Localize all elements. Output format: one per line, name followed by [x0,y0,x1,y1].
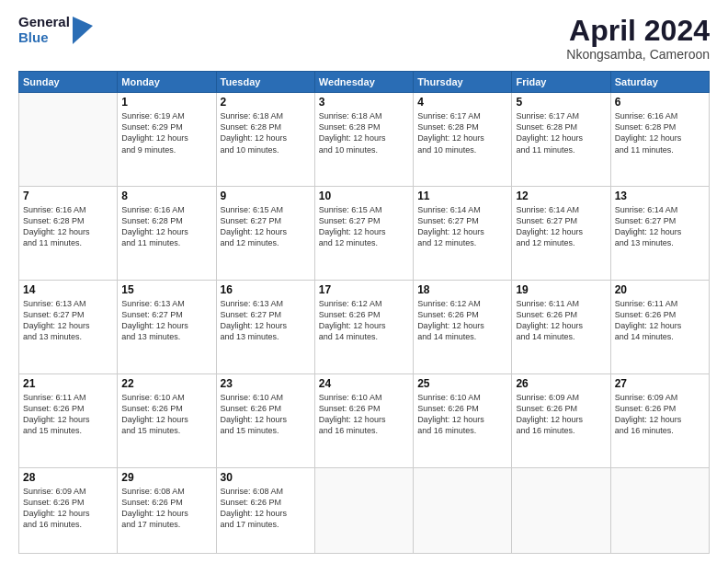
col-sunday: Sunday [19,72,118,93]
location-subtitle: Nkongsamba, Cameroon [566,47,710,62]
table-row: 1Sunrise: 6:19 AMSunset: 6:29 PMDaylight… [118,93,216,187]
col-wednesday: Wednesday [314,72,413,93]
day-number: 4 [417,96,507,109]
cell-text: Sunrise: 6:16 AMSunset: 6:28 PMDaylight:… [121,204,211,249]
cell-text: Sunrise: 6:10 AMSunset: 6:26 PMDaylight:… [319,392,409,437]
cell-text: Sunrise: 6:13 AMSunset: 6:27 PMDaylight:… [23,298,113,343]
table-row: 19Sunrise: 6:11 AMSunset: 6:26 PMDayligh… [512,280,610,373]
day-number: 20 [615,283,705,296]
table-row: 4Sunrise: 6:17 AMSunset: 6:28 PMDaylight… [414,93,512,187]
day-number: 8 [121,190,211,202]
table-row: 17Sunrise: 6:12 AMSunset: 6:26 PMDayligh… [314,280,413,373]
table-row: 3Sunrise: 6:18 AMSunset: 6:28 PMDaylight… [314,93,413,187]
logo-general: General [18,15,70,30]
table-row: 10Sunrise: 6:15 AMSunset: 6:27 PMDayligh… [314,187,413,281]
day-number: 21 [23,377,113,390]
cell-text: Sunrise: 6:10 AMSunset: 6:26 PMDaylight:… [417,392,507,437]
table-row: 9Sunrise: 6:15 AMSunset: 6:27 PMDaylight… [216,187,314,281]
table-row: 8Sunrise: 6:16 AMSunset: 6:28 PMDaylight… [118,187,216,281]
day-number: 11 [417,190,507,202]
day-number: 18 [417,283,507,296]
day-number: 13 [615,190,705,202]
cell-text: Sunrise: 6:14 AMSunset: 6:27 PMDaylight:… [417,204,507,249]
table-row: 12Sunrise: 6:14 AMSunset: 6:27 PMDayligh… [512,187,610,281]
day-number: 2 [221,96,311,109]
cell-text: Sunrise: 6:09 AMSunset: 6:26 PMDaylight:… [23,486,113,531]
cell-text: Sunrise: 6:16 AMSunset: 6:28 PMDaylight:… [615,110,705,155]
table-row: 28Sunrise: 6:09 AMSunset: 6:26 PMDayligh… [19,467,118,554]
logo: General Blue [18,15,93,45]
day-number: 9 [221,190,311,202]
table-row: 22Sunrise: 6:10 AMSunset: 6:26 PMDayligh… [118,373,216,467]
table-row: 13Sunrise: 6:14 AMSunset: 6:27 PMDayligh… [610,187,709,281]
cell-text: Sunrise: 6:18 AMSunset: 6:28 PMDaylight:… [319,110,409,155]
calendar-week-row: 1Sunrise: 6:19 AMSunset: 6:29 PMDaylight… [19,93,710,187]
cell-text: Sunrise: 6:18 AMSunset: 6:28 PMDaylight:… [221,110,311,155]
cell-text: Sunrise: 6:19 AMSunset: 6:29 PMDaylight:… [121,110,211,155]
table-row: 26Sunrise: 6:09 AMSunset: 6:26 PMDayligh… [512,373,610,467]
cell-text: Sunrise: 6:09 AMSunset: 6:26 PMDaylight:… [516,392,606,437]
table-row: 15Sunrise: 6:13 AMSunset: 6:27 PMDayligh… [118,280,216,373]
table-row: 14Sunrise: 6:13 AMSunset: 6:27 PMDayligh… [19,280,118,373]
cell-text: Sunrise: 6:11 AMSunset: 6:26 PMDaylight:… [23,392,113,437]
table-row: 11Sunrise: 6:14 AMSunset: 6:27 PMDayligh… [414,187,512,281]
day-number: 5 [516,96,606,109]
table-row [610,467,709,554]
calendar-week-row: 14Sunrise: 6:13 AMSunset: 6:27 PMDayligh… [19,280,710,373]
col-saturday: Saturday [610,72,709,93]
day-number: 15 [121,283,211,296]
table-row: 6Sunrise: 6:16 AMSunset: 6:28 PMDaylight… [610,93,709,187]
month-title: April 2024 [566,15,710,47]
cell-text: Sunrise: 6:13 AMSunset: 6:27 PMDaylight:… [221,298,311,343]
cell-text: Sunrise: 6:10 AMSunset: 6:26 PMDaylight:… [221,392,311,437]
page: General Blue April 2024 Nkongsamba, Came… [0,0,728,563]
day-number: 27 [615,377,705,390]
cell-text: Sunrise: 6:10 AMSunset: 6:26 PMDaylight:… [121,392,211,437]
cell-text: Sunrise: 6:12 AMSunset: 6:26 PMDaylight:… [417,298,507,343]
day-number: 28 [23,471,113,484]
table-row: 18Sunrise: 6:12 AMSunset: 6:26 PMDayligh… [414,280,512,373]
calendar-week-row: 28Sunrise: 6:09 AMSunset: 6:26 PMDayligh… [19,467,710,554]
table-row: 30Sunrise: 6:08 AMSunset: 6:26 PMDayligh… [216,467,314,554]
day-number: 19 [516,283,606,296]
table-row: 16Sunrise: 6:13 AMSunset: 6:27 PMDayligh… [216,280,314,373]
table-row [19,93,118,187]
day-number: 12 [516,190,606,202]
table-row: 29Sunrise: 6:08 AMSunset: 6:26 PMDayligh… [118,467,216,554]
day-number: 25 [417,377,507,390]
table-row: 5Sunrise: 6:17 AMSunset: 6:28 PMDaylight… [512,93,610,187]
day-number: 22 [121,377,211,390]
calendar-week-row: 7Sunrise: 6:16 AMSunset: 6:28 PMDaylight… [19,187,710,281]
day-number: 6 [615,96,705,109]
cell-text: Sunrise: 6:15 AMSunset: 6:27 PMDaylight:… [319,204,409,249]
day-number: 7 [23,190,113,202]
header: General Blue April 2024 Nkongsamba, Came… [18,15,710,62]
calendar-table: Sunday Monday Tuesday Wednesday Thursday… [18,71,710,554]
cell-text: Sunrise: 6:17 AMSunset: 6:28 PMDaylight:… [516,110,606,155]
day-number: 26 [516,377,606,390]
cell-text: Sunrise: 6:15 AMSunset: 6:27 PMDaylight:… [221,204,311,249]
day-number: 3 [319,96,409,109]
day-number: 23 [221,377,311,390]
col-tuesday: Tuesday [216,72,314,93]
cell-text: Sunrise: 6:09 AMSunset: 6:26 PMDaylight:… [615,392,705,437]
calendar-week-row: 21Sunrise: 6:11 AMSunset: 6:26 PMDayligh… [19,373,710,467]
cell-text: Sunrise: 6:12 AMSunset: 6:26 PMDaylight:… [319,298,409,343]
cell-text: Sunrise: 6:13 AMSunset: 6:27 PMDaylight:… [121,298,211,343]
cell-text: Sunrise: 6:08 AMSunset: 6:26 PMDaylight:… [121,486,211,531]
day-number: 30 [221,471,311,484]
table-row: 24Sunrise: 6:10 AMSunset: 6:26 PMDayligh… [314,373,413,467]
table-row: 25Sunrise: 6:10 AMSunset: 6:26 PMDayligh… [414,373,512,467]
col-friday: Friday [512,72,610,93]
col-monday: Monday [118,72,216,93]
svg-marker-0 [73,17,93,44]
cell-text: Sunrise: 6:14 AMSunset: 6:27 PMDaylight:… [516,204,606,249]
day-number: 1 [121,96,211,109]
day-number: 10 [319,190,409,202]
day-number: 24 [319,377,409,390]
cell-text: Sunrise: 6:11 AMSunset: 6:26 PMDaylight:… [516,298,606,343]
table-row [414,467,512,554]
cell-text: Sunrise: 6:16 AMSunset: 6:28 PMDaylight:… [23,204,113,249]
table-row [512,467,610,554]
table-row: 27Sunrise: 6:09 AMSunset: 6:26 PMDayligh… [610,373,709,467]
